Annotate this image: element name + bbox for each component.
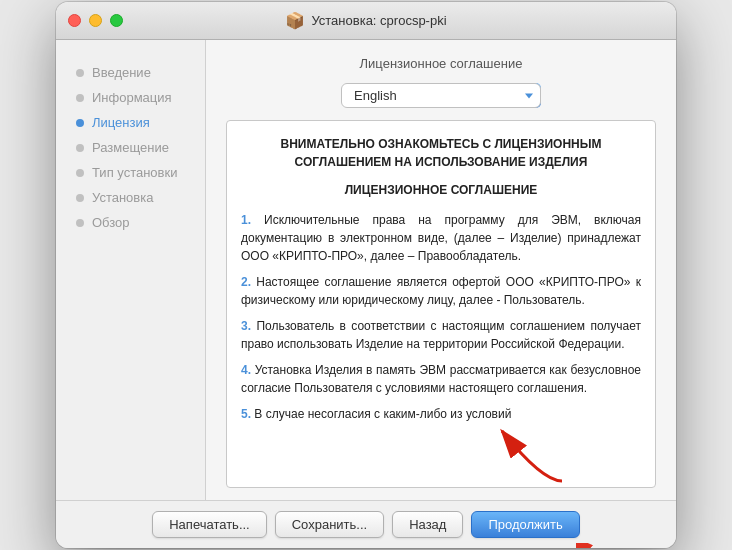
license-para-3: 3. Пользователь в соответствии с настоящ… <box>241 317 641 353</box>
license-para-5: 5. В случае несогласия с каким-либо из у… <box>241 405 641 423</box>
sidebar-item-install-type[interactable]: Тип установки <box>72 160 205 185</box>
minimize-button[interactable] <box>89 14 102 27</box>
window-icon: 📦 <box>285 11 305 30</box>
back-button[interactable]: Назад <box>392 511 463 538</box>
sidebar-dot <box>76 94 84 102</box>
license-main-heading: ВНИМАТЕЛЬНО ОЗНАКОМЬТЕСЬ С ЛИЦЕНЗИОННЫМ … <box>241 135 641 171</box>
section-title: Лицензионное соглашение <box>226 56 656 71</box>
sidebar-dot <box>76 144 84 152</box>
sidebar: Введение Информация Лицензия Размещение … <box>56 40 206 500</box>
sidebar-dot <box>76 69 84 77</box>
maximize-button[interactable] <box>110 14 123 27</box>
sidebar-dot <box>76 194 84 202</box>
traffic-lights <box>68 14 123 27</box>
window-title: 📦 Установка: cprocsp-pki <box>285 11 446 30</box>
sidebar-item-overview[interactable]: Обзор <box>72 210 205 235</box>
sidebar-dot <box>76 169 84 177</box>
save-button[interactable]: Сохранить... <box>275 511 384 538</box>
language-selector-wrapper: English Русский <box>341 83 541 108</box>
sidebar-item-introduction[interactable]: Введение <box>72 60 205 85</box>
installer-window: 📦 Установка: cprocsp-pki Введение Информ… <box>56 2 676 548</box>
license-text-box[interactable]: ВНИМАТЕЛЬНО ОЗНАКОМЬТЕСЬ С ЛИЦЕНЗИОННЫМ … <box>226 120 656 488</box>
print-button[interactable]: Напечатать... <box>152 511 267 538</box>
license-para-1: 1. Исключительные права на программу для… <box>241 211 641 265</box>
license-para-4: 4. Установка Изделия в память ЭВМ рассма… <box>241 361 641 397</box>
language-select[interactable]: English Русский <box>341 83 541 108</box>
arrow-indicator <box>576 543 656 548</box>
content-area: Введение Информация Лицензия Размещение … <box>56 40 676 500</box>
main-content: Лицензионное соглашение English Русский … <box>206 40 676 500</box>
footer: Напечатать... Сохранить... Назад Продолж… <box>56 500 676 548</box>
license-para-2: 2. Настоящее соглашение является офертой… <box>241 273 641 309</box>
sidebar-item-install[interactable]: Установка <box>72 185 205 210</box>
continue-button[interactable]: Продолжить <box>471 511 579 538</box>
language-selector-container: English Русский <box>226 83 656 108</box>
license-subheading: ЛИЦЕНЗИОННОЕ СОГЛАШЕНИЕ <box>241 181 641 199</box>
sidebar-item-information[interactable]: Информация <box>72 85 205 110</box>
sidebar-dot <box>76 119 84 127</box>
close-button[interactable] <box>68 14 81 27</box>
titlebar: 📦 Установка: cprocsp-pki <box>56 2 676 40</box>
sidebar-dot <box>76 219 84 227</box>
sidebar-item-placement[interactable]: Размещение <box>72 135 205 160</box>
sidebar-item-license[interactable]: Лицензия <box>72 110 205 135</box>
